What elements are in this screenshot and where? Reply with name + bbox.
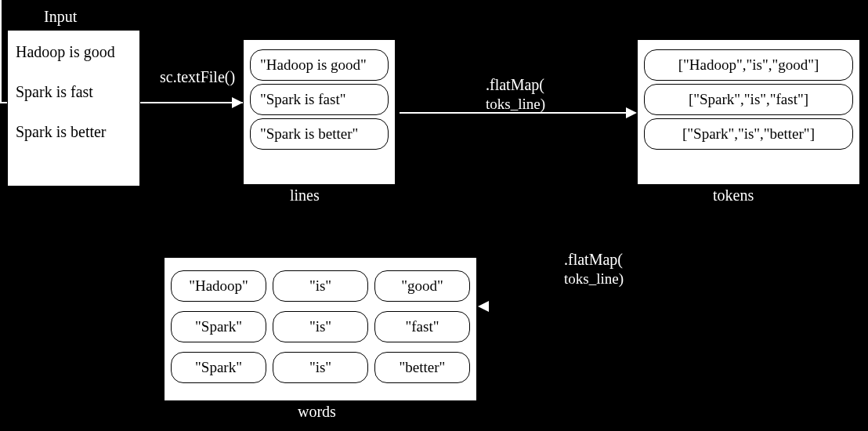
rdd-partition: "Hadoop"	[171, 270, 266, 302]
rdd-partition: "better"	[374, 352, 470, 383]
textfile-label: sc.textFile()	[160, 68, 235, 86]
rdd-partition: "Spark is fast"	[250, 84, 389, 115]
rdd-partition: ["Spark","is","fast"]	[644, 84, 853, 115]
tokens-rdd-label: tokens	[713, 187, 754, 205]
input-line: Hadoop is good	[16, 43, 132, 61]
flatmap-fn-label: toks_line)	[486, 96, 545, 113]
input-line: Spark is fast	[16, 83, 132, 101]
tokens-rdd-box: ["Hadoop","is","good"] ["Spark","is","fa…	[637, 39, 860, 185]
flatmap-fn-label: toks_line)	[564, 270, 624, 288]
rdd-partition: "fast"	[374, 311, 470, 342]
input-label: Input	[44, 8, 77, 26]
rdd-partition: ["Hadoop","is","good"]	[644, 49, 853, 81]
diagram-stage: Input Hadoop is good Spark is fast Spark…	[0, 0, 868, 431]
rdd-partition: "Hadoop is good"	[250, 49, 389, 81]
lines-rdd-label: lines	[290, 187, 320, 205]
lines-rdd-box: "Hadoop is good" "Spark is fast" "Spark …	[243, 39, 396, 185]
flatmap-op-label: .flatMap(	[486, 76, 544, 94]
arrowhead-icon	[478, 301, 489, 312]
arrow-input-to-lines	[142, 102, 233, 103]
flatmap-op-label: .flatMap(	[564, 251, 623, 269]
rdd-partition: "is"	[273, 352, 368, 383]
rdd-row: "Spark" "is" "better"	[171, 349, 470, 386]
rdd-partition: "is"	[273, 311, 368, 342]
words-rdd-box: "Hadoop" "is" "good" "Spark" "is" "fast"…	[164, 257, 477, 401]
rdd-partition: ["Spark","is","better"]	[644, 118, 853, 150]
rdd-partition: "is"	[273, 270, 368, 302]
arrowhead-icon	[626, 107, 637, 118]
rdd-partition: "good"	[374, 270, 470, 302]
rdd-partition: "Spark is better"	[250, 118, 389, 150]
input-box: Hadoop is good Spark is fast Spark is be…	[7, 30, 140, 187]
rdd-row: "Spark" "is" "fast"	[171, 308, 470, 346]
arrow-tokens-to-words-v	[0, 0, 2, 102]
words-rdd-label: words	[298, 403, 336, 421]
input-line: Spark is better	[16, 123, 132, 141]
arrowhead-icon	[232, 97, 243, 108]
rdd-partition: "Spark"	[171, 311, 266, 342]
rdd-partition: "Spark"	[171, 352, 266, 383]
rdd-row: "Hadoop" "is" "good"	[171, 267, 470, 305]
